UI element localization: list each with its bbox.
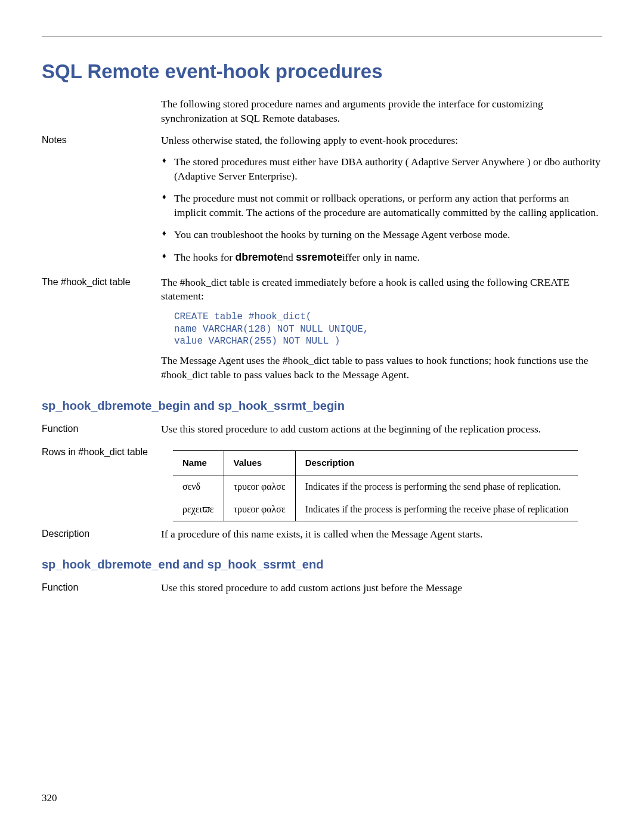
td-values-0: τρυεor φαλσε — [224, 475, 295, 498]
subsection-1-title: sp_hook_dbremote_begin and sp_hook_ssrmt… — [42, 399, 602, 413]
hook-dict-code: CREATE table #hook_dict( name VARCHAR(12… — [174, 311, 602, 348]
th-values: Values — [224, 451, 295, 475]
page-title: SQL Remote event-hook procedures — [42, 60, 602, 83]
sub1-desc-row: Description If a procedure of this name … — [42, 527, 602, 549]
sub1-function-row: Function Use this stored procedure to ad… — [42, 422, 602, 444]
bullet4-bold2: ssremote — [296, 251, 342, 263]
table-header-row: Name Values Description — [173, 451, 578, 475]
subsection-2-title: sp_hook_dbremote_end and sp_hook_ssrmt_e… — [42, 558, 602, 571]
hook-dict-section: The #hook_dict table The #hook_dict tabl… — [42, 276, 602, 390]
hook-dict-label: The #hook_dict table — [42, 276, 161, 390]
notes-bullet-3: You can troubleshoot the hooks by turnin… — [161, 228, 602, 242]
page-number: 320 — [42, 792, 57, 804]
top-rule — [42, 36, 602, 36]
hook-dict-para1: The #hook_dict table is created immediat… — [161, 276, 602, 304]
hook-dict-table: Name Values Description σενδ τρυεor φαλσ… — [173, 450, 578, 521]
sub2-function-label: Function — [42, 581, 161, 603]
sub2-function-text: Use this stored procedure to add custom … — [161, 581, 602, 595]
sub2-function-row: Function Use this stored procedure to ad… — [42, 581, 602, 603]
th-name: Name — [173, 451, 224, 475]
bullet4-pre: The hooks for — [174, 251, 236, 263]
notes-body: Unless otherwise stated, the following a… — [161, 134, 602, 273]
sub1-function-text: Use this stored procedure to add custom … — [161, 422, 602, 437]
notes-bullet-2: The procedure must not commit or rollbac… — [161, 191, 602, 220]
sub1-desc-label: Description — [42, 527, 161, 549]
hook-dict-para2: The Message Agent uses the #hook_dict ta… — [161, 354, 602, 382]
notes-bullet-4: The hooks for dbremotend ssremoteiffer o… — [161, 251, 602, 265]
bullet4-post: iffer only in name. — [342, 251, 420, 263]
notes-bullet-1: The stored procedures must either have D… — [161, 155, 602, 183]
notes-section: Notes Unless otherwise stated, the follo… — [42, 134, 602, 273]
sub1-function-label: Function — [42, 422, 161, 444]
td-desc-0: Indicates if the process is performing t… — [295, 475, 578, 498]
intro-paragraph: The following stored procedure names and… — [161, 97, 602, 125]
td-values-1: τρυεor φαλσε — [224, 498, 295, 521]
notes-lead: Unless otherwise stated, the following a… — [161, 134, 602, 148]
sub1-rows-body: Name Values Description σενδ τρυεor φαλσ… — [161, 446, 602, 521]
table-row: σενδ τρυεor φαλσε Indicates if the proce… — [173, 475, 578, 498]
sub1-rows-label: Rows in #hook_dict table — [42, 446, 161, 521]
td-name-1: ρεχειϖε — [173, 498, 224, 521]
table-row: ρεχειϖε τρυεor φαλσε Indicates if the pr… — [173, 498, 578, 521]
td-desc-1: Indicates if the process is performing t… — [295, 498, 578, 521]
td-name-0: σενδ — [173, 475, 224, 498]
th-desc: Description — [295, 451, 578, 475]
bullet4-bold1: dbremote — [236, 251, 283, 263]
hook-dict-body: The #hook_dict table is created immediat… — [161, 276, 602, 390]
sub1-rows-row: Rows in #hook_dict table Name Values Des… — [42, 446, 602, 521]
notes-label: Notes — [42, 134, 161, 273]
notes-bullets: The stored procedures must either have D… — [161, 155, 602, 265]
sub1-desc-text: If a procedure of this name exists, it i… — [161, 527, 602, 542]
bullet4-mid: nd — [283, 251, 296, 263]
